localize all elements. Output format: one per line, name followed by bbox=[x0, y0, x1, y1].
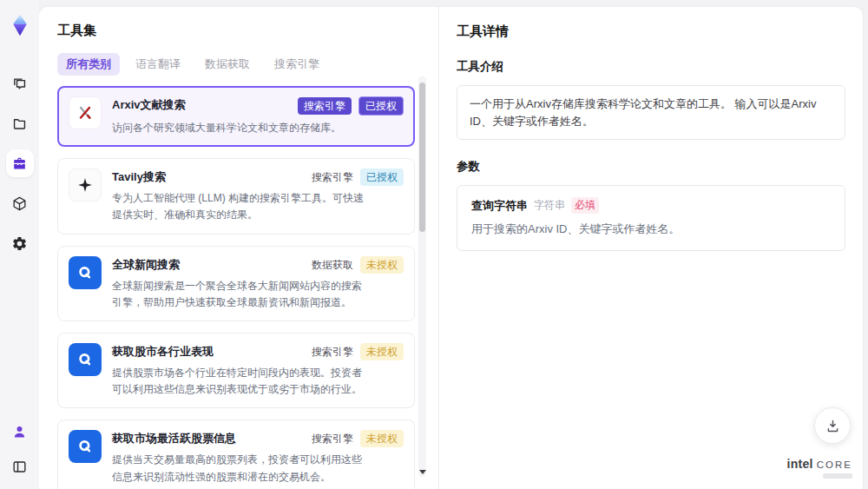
user-icon bbox=[11, 424, 28, 440]
tool-card[interactable]: 获取股市各行业表现 搜索引擎 未授权 提供股票市场各个行业在特定时间段内的表现。… bbox=[57, 333, 415, 408]
download-button[interactable] bbox=[814, 407, 851, 444]
tool-desc: 全球新闻搜索是一个聚合全球各大新闻网站内容的搜索引擎，帮助用户快速获取全球最新资… bbox=[112, 278, 404, 311]
folder-icon bbox=[11, 116, 28, 132]
tool-intro-box: 一个用于从Arxiv存储库搜索科学论文和文章的工具。 输入可以是Arxiv ID… bbox=[457, 85, 845, 140]
tool-name: Tavily搜索 bbox=[112, 169, 166, 185]
intro-heading: 工具介绍 bbox=[457, 59, 845, 75]
tool-desc: 提供当天交易量最高的股票列表，投资者可以利用这些信息来识别流动性强的股票和潜在的… bbox=[112, 452, 404, 485]
tool-auth-badge: 已授权 bbox=[358, 96, 404, 116]
tool-card[interactable]: 全球新闻搜索 数据获取 未授权 全球新闻搜索是一个聚合全球各大新闻网站内容的搜索… bbox=[57, 246, 415, 321]
sidebar-item-folder[interactable] bbox=[6, 109, 34, 137]
tool-auth-badge: 未授权 bbox=[360, 430, 404, 447]
param-type: 字符串 bbox=[534, 198, 565, 213]
tool-category-badge: 搜索引擎 bbox=[312, 169, 353, 186]
param-name: 查询字符串 bbox=[471, 198, 528, 214]
tool-category-badge: 搜索引擎 bbox=[298, 97, 352, 115]
intel-core-logo: intel CORE bbox=[786, 457, 852, 479]
category-tab[interactable]: 数据获取 bbox=[196, 53, 259, 76]
tool-category-badge: 搜索引擎 bbox=[312, 430, 353, 447]
param-desc: 用于搜索的Arxiv ID、关键字或作者姓名。 bbox=[471, 221, 831, 237]
sidebar-item-settings[interactable] bbox=[6, 229, 34, 257]
panel-toggle-icon bbox=[11, 459, 28, 475]
sidebar-item-toolbox[interactable] bbox=[6, 149, 34, 177]
cube-icon bbox=[11, 195, 28, 212]
tool-name: 获取市场最活跃股票信息 bbox=[112, 430, 236, 446]
sidebar-item-user[interactable] bbox=[6, 418, 34, 446]
tool-detail-panel: 工具详情 工具介绍 一个用于从Arxiv存储库搜索科学论文和文章的工具。 输入可… bbox=[438, 7, 863, 489]
parameter-card: 查询字符串 字符串 必填 用于搜索的Arxiv ID、关键字或作者姓名。 bbox=[457, 185, 845, 251]
tool-card[interactable]: Tavily搜索 搜索引擎 已授权 专为人工智能代理 (LLM) 构建的搜索引擎… bbox=[57, 158, 415, 234]
app-logo-icon[interactable] bbox=[7, 10, 33, 40]
category-tab[interactable]: 语言翻译 bbox=[127, 53, 189, 76]
tavily-icon bbox=[69, 169, 102, 202]
tool-category-badge: 数据获取 bbox=[312, 256, 353, 274]
global-news-icon bbox=[69, 256, 102, 289]
scroll-down-arrow-icon[interactable] bbox=[419, 470, 426, 474]
arxiv-icon bbox=[69, 96, 102, 129]
list-scrollbar[interactable] bbox=[418, 76, 426, 477]
active-stocks-icon bbox=[69, 430, 102, 463]
tool-card[interactable]: 获取市场最活跃股票信息 搜索引擎 未授权 提供当天交易量最高的股票列表，投资者可… bbox=[57, 420, 415, 489]
tool-name: 获取股市各行业表现 bbox=[112, 343, 214, 360]
tool-category-badge: 搜索引擎 bbox=[312, 343, 353, 360]
chat-icon bbox=[11, 76, 28, 92]
tool-card[interactable]: Arxiv文献搜索 搜索引擎 已授权 访问各个研究领域大量科学论文和文章的存储库… bbox=[57, 86, 415, 147]
tool-auth-badge: 已授权 bbox=[360, 169, 404, 186]
tool-list-panel: 工具集 所有类别语言翻译数据获取搜索引擎 Arxiv文献搜索 搜索引擎 已授权 … bbox=[39, 7, 438, 489]
sidebar-item-cube[interactable] bbox=[6, 189, 34, 217]
tool-desc: 访问各个研究领域大量科学论文和文章的存储库。 bbox=[112, 120, 404, 136]
tool-name: Arxiv文献搜索 bbox=[112, 96, 186, 113]
sidebar-item-panel-toggle[interactable] bbox=[6, 453, 34, 480]
params-heading: 参数 bbox=[457, 159, 845, 175]
core-brand-text: CORE bbox=[817, 459, 852, 470]
scrollbar-thumb[interactable] bbox=[419, 83, 425, 232]
download-icon bbox=[825, 418, 841, 434]
intel-brand-text: intel bbox=[786, 457, 812, 471]
tool-auth-badge: 未授权 bbox=[360, 343, 404, 360]
stock-sector-icon bbox=[69, 343, 102, 376]
page-title: 工具集 bbox=[57, 23, 438, 39]
detail-title: 工具详情 bbox=[457, 23, 845, 40]
tool-desc: 专为人工智能代理 (LLM) 构建的搜索引擎工具。可快速提供实时、准确和真实的结… bbox=[112, 190, 404, 223]
intel-sub-mark bbox=[823, 473, 852, 479]
tool-auth-badge: 未授权 bbox=[360, 256, 404, 274]
category-tab[interactable]: 所有类别 bbox=[57, 53, 120, 76]
category-tab[interactable]: 搜索引擎 bbox=[266, 53, 328, 76]
category-tabs: 所有类别语言翻译数据获取搜索引擎 bbox=[57, 53, 438, 76]
sidebar-nav bbox=[6, 69, 34, 257]
sidebar-item-chat[interactable] bbox=[6, 69, 34, 97]
main-sheet: 工具集 所有类别语言翻译数据获取搜索引擎 Arxiv文献搜索 搜索引擎 已授权 … bbox=[39, 7, 863, 489]
sidebar-bottom bbox=[6, 418, 34, 480]
toolbox-icon bbox=[11, 155, 28, 172]
settings-icon bbox=[11, 235, 28, 252]
tool-list: Arxiv文献搜索 搜索引擎 已授权 访问各个研究领域大量科学论文和文章的存储库… bbox=[57, 86, 415, 489]
app-sidebar bbox=[0, 0, 39, 489]
tool-desc: 提供股票市场各个行业在特定时间段内的表现。投资者可以利用这些信息来识别表现优于或… bbox=[112, 365, 404, 398]
tool-name: 全球新闻搜索 bbox=[112, 256, 180, 273]
param-required-badge: 必填 bbox=[571, 197, 599, 214]
